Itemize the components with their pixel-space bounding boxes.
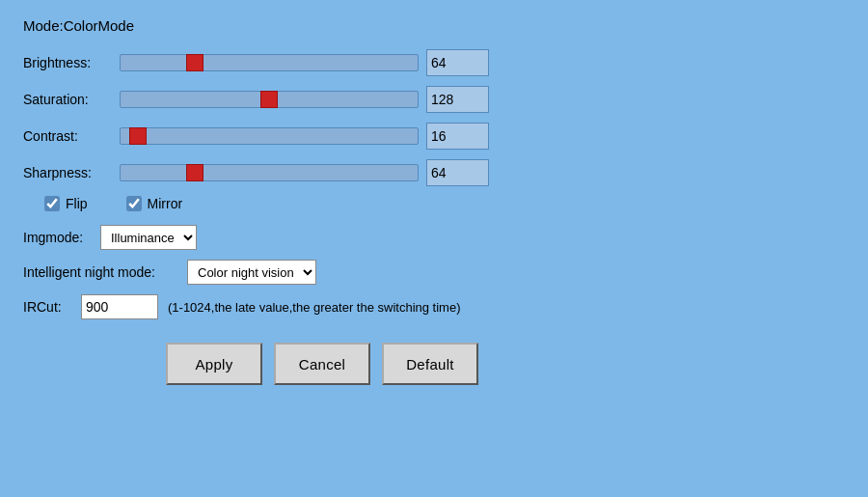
ircut-label: IRCut:: [23, 299, 81, 315]
checkbox-row: Flip Mirror: [44, 196, 845, 211]
brightness-row: Brightness:: [23, 49, 845, 76]
sharpness-value[interactable]: [426, 159, 489, 186]
saturation-label: Saturation:: [23, 92, 120, 107]
mirror-item: Mirror: [126, 196, 183, 211]
intelligent-night-select[interactable]: Color night vision Black and white Auto: [187, 260, 316, 285]
contrast-value[interactable]: [426, 123, 489, 150]
sharpness-slider-wrapper[interactable]: [120, 159, 419, 186]
brightness-value[interactable]: [426, 49, 489, 76]
cancel-button[interactable]: Cancel: [274, 343, 370, 385]
contrast-row: Contrast:: [23, 123, 845, 150]
ircut-hint: (1-1024,the late value,the greater the s…: [168, 300, 461, 315]
flip-item: Flip: [44, 196, 88, 211]
brightness-slider-wrapper[interactable]: [120, 49, 419, 76]
flip-checkbox[interactable]: [44, 196, 60, 211]
sharpness-label: Sharpness:: [23, 165, 120, 180]
flip-label: Flip: [66, 196, 88, 211]
intelligent-night-row: Intelligent night mode: Color night visi…: [23, 260, 845, 285]
sharpness-row: Sharpness:: [23, 159, 845, 186]
saturation-value[interactable]: [426, 86, 489, 113]
default-button[interactable]: Default: [382, 343, 478, 385]
saturation-slider-wrapper[interactable]: [120, 86, 419, 113]
imgmode-select[interactable]: Illuminance Auto Manual: [100, 225, 197, 250]
ircut-input[interactable]: [81, 294, 158, 319]
intelligent-night-label: Intelligent night mode:: [23, 264, 187, 280]
imgmode-label: Imgmode:: [23, 230, 100, 245]
contrast-label: Contrast:: [23, 128, 120, 144]
saturation-row: Saturation:: [23, 86, 845, 113]
mirror-checkbox[interactable]: [126, 196, 142, 211]
imgmode-row: Imgmode: Illuminance Auto Manual: [23, 225, 845, 250]
mode-label: Mode:ColorMode: [23, 17, 845, 34]
ircut-row: IRCut: (1-1024,the late value,the greate…: [23, 294, 845, 319]
button-row: Apply Cancel Default: [166, 343, 845, 385]
brightness-label: Brightness:: [23, 55, 120, 70]
mirror-label: Mirror: [148, 196, 183, 211]
contrast-slider-wrapper[interactable]: [120, 123, 419, 150]
apply-button[interactable]: Apply: [166, 343, 262, 385]
